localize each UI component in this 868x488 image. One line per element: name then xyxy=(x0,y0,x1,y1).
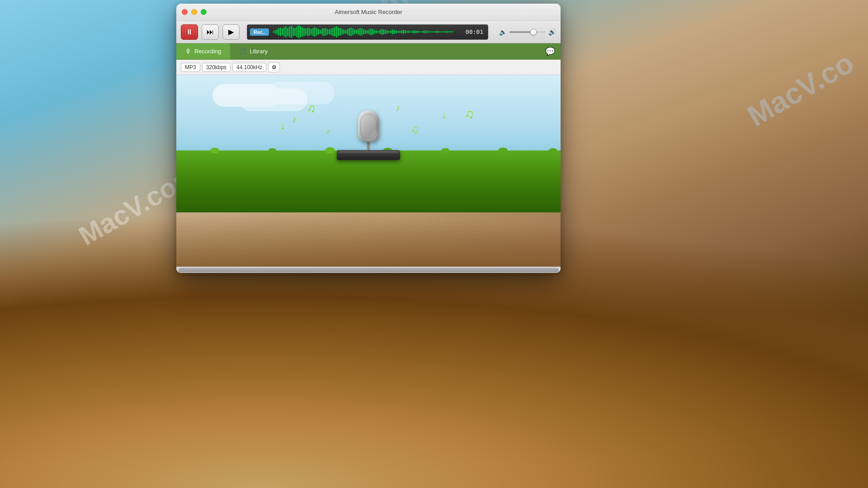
waveform-bar xyxy=(321,28,323,35)
waveform-bar xyxy=(338,28,339,37)
volume-low-icon: 🔈 xyxy=(499,28,507,36)
main-content: ♪ ♫ ♩ ♪ ♪ ♫ ♩ ♫ xyxy=(176,75,561,273)
toolbar: ⏸ ⏭ ▶ Rec.. 00:01 🔈 🔊 xyxy=(176,21,561,43)
waveform-bar xyxy=(426,31,428,33)
waveform-bar xyxy=(330,28,332,35)
waveform-bar xyxy=(318,29,319,35)
format-bitrate[interactable]: 320kbps xyxy=(202,63,231,72)
maximize-button[interactable] xyxy=(201,9,207,15)
waveform-bar xyxy=(374,30,375,34)
waveform-bar xyxy=(274,30,276,33)
waveform-bar xyxy=(412,31,413,33)
tab-library[interactable]: 🎵 Library xyxy=(230,43,277,59)
pause-icon: ⏸ xyxy=(186,28,193,36)
tab-recording[interactable]: 🎙 Recording xyxy=(176,43,230,59)
app-window: Aimersoft Music Recorder ⏸ ⏭ ▶ Rec.. 00:… xyxy=(176,4,561,273)
waveform-bar xyxy=(361,28,363,35)
waveform-bar xyxy=(282,28,283,35)
waveform-bar xyxy=(387,30,388,33)
waveform-bar xyxy=(329,29,330,34)
chat-icon[interactable]: 💬 xyxy=(545,47,555,56)
volume-thumb xyxy=(530,29,537,35)
waveform-bar xyxy=(435,31,437,33)
waveform-bar xyxy=(298,25,299,38)
waveform-bar xyxy=(385,30,386,34)
recording-tab-label: Recording xyxy=(194,48,221,55)
waveform-bar xyxy=(379,30,381,34)
waveform-bar xyxy=(444,31,446,33)
waveform-bar xyxy=(450,31,451,33)
waveform-bar xyxy=(441,31,442,33)
waveform-bar xyxy=(381,29,382,35)
waveform-area[interactable]: Rec.. 00:01 xyxy=(247,24,488,40)
recording-tab-icon: 🎙 xyxy=(185,48,192,55)
waveform-bar xyxy=(347,29,348,35)
pause-button[interactable]: ⏸ xyxy=(181,24,198,40)
music-note-2: ♫ xyxy=(307,101,316,116)
waveform-bar xyxy=(291,26,292,38)
format-bar: MP3 320kbps 44.100kHz ⚙ xyxy=(176,60,561,75)
music-note-3: ♩ xyxy=(279,122,285,132)
waveform-bar xyxy=(273,31,274,33)
waveform-bar xyxy=(325,28,326,35)
close-button[interactable] xyxy=(182,9,188,15)
waveform-bar xyxy=(448,31,449,33)
format-mp3[interactable]: MP3 xyxy=(181,63,200,72)
waveform-bar xyxy=(377,31,379,33)
waveform-bar xyxy=(340,28,341,35)
minimize-button[interactable] xyxy=(191,9,197,15)
waveform-bar xyxy=(363,29,364,34)
scrollbar-thumb[interactable] xyxy=(178,268,559,272)
microphone xyxy=(337,110,400,160)
volume-high-icon: 🔊 xyxy=(548,28,556,36)
waveform-bar xyxy=(394,30,395,34)
waveform-bar xyxy=(336,26,337,38)
waveform-bar xyxy=(356,30,357,34)
waveform-bar xyxy=(370,28,372,35)
waveform-bar xyxy=(372,29,373,35)
waveform-bar xyxy=(452,31,453,33)
play-button[interactable]: ▶ xyxy=(222,24,240,40)
waveform-bar xyxy=(434,31,435,33)
waveform-bar xyxy=(376,30,377,33)
title-bar: Aimersoft Music Recorder xyxy=(176,4,561,21)
waveform-bar xyxy=(421,31,422,33)
waveform-bar xyxy=(341,29,343,35)
waveform-bar xyxy=(312,28,314,36)
waveform-bar xyxy=(443,31,444,33)
volume-slider[interactable] xyxy=(509,31,546,33)
music-note-4: ♪ xyxy=(326,127,330,136)
waveform-bar xyxy=(327,29,328,35)
waveform-bar xyxy=(332,28,334,36)
waveform-bar xyxy=(406,31,408,33)
skip-button[interactable]: ⏭ xyxy=(202,24,219,40)
waveform-bar xyxy=(287,28,288,36)
waveform-bar xyxy=(276,29,278,34)
scrollbar-area[interactable] xyxy=(176,267,561,273)
waveform-bar xyxy=(352,28,354,35)
waveform-bar xyxy=(403,30,404,34)
waveform-bar xyxy=(320,30,321,34)
waveform-bar xyxy=(388,31,390,33)
mic-head xyxy=(358,110,379,142)
waveform-bar xyxy=(305,28,307,35)
music-note-8: ♫ xyxy=(464,106,475,122)
library-tab-label: Library xyxy=(250,48,268,55)
settings-button[interactable]: ⚙ xyxy=(268,62,280,72)
waveform-bar xyxy=(437,31,439,33)
waveform-bar xyxy=(365,30,366,34)
mic-stem xyxy=(367,141,370,150)
tab-bar: 🎙 Recording 🎵 Library 💬 xyxy=(176,43,561,60)
waveform-bar xyxy=(446,31,448,33)
waveform-bar xyxy=(399,31,401,33)
waveform-bar xyxy=(311,29,312,35)
format-sample-rate[interactable]: 44.100kHz xyxy=(232,63,266,72)
music-note-1: ♪ xyxy=(291,113,297,126)
traffic-lights xyxy=(182,9,207,15)
waveform-bar xyxy=(432,31,433,33)
skip-icon: ⏭ xyxy=(207,28,214,36)
waveform-bar xyxy=(390,30,392,33)
waveform-bar xyxy=(428,31,429,33)
waveform-bar xyxy=(283,27,285,37)
waveform-bar xyxy=(334,27,335,37)
